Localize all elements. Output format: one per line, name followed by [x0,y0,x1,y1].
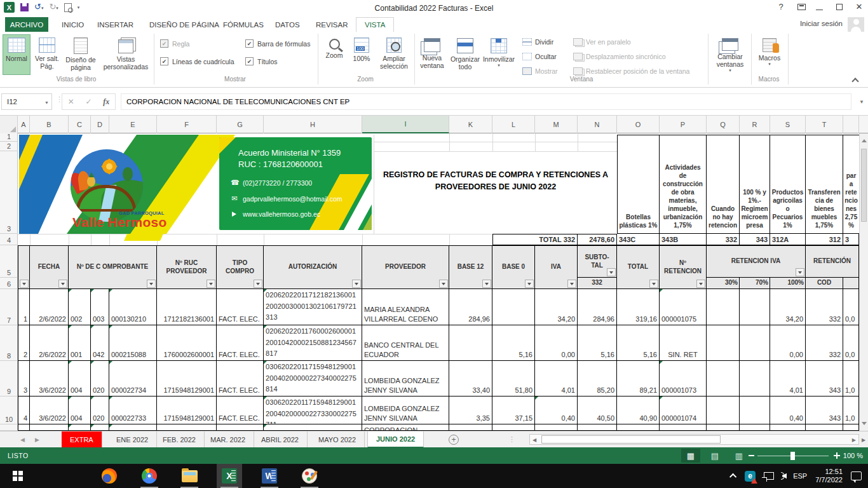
zoom-in-icon[interactable] [834,452,840,459]
freeze-panes-button[interactable]: Inmovilizar ▾ [483,34,515,75]
cell-proveedor[interactable]: LOMBEIDA GONZALEZ JENNY SILVANA [362,396,449,424]
cell[interactable] [30,424,69,431]
filter-icon[interactable] [649,280,658,288]
row-header[interactable]: 9 [0,361,18,396]
cell-autorizacion[interactable]: 0306202201171594812900120040200000227330… [264,396,362,424]
sheet-tab-junio-active[interactable]: JUNIO 2022 [367,431,424,448]
cell[interactable] [707,396,740,424]
cell[interactable] [69,424,91,431]
cell[interactable]: 0,40 [535,396,578,424]
cell[interactable] [707,424,740,431]
sheet-tab-mar[interactable]: MAR. 2022 [202,431,254,448]
sign-in-link[interactable]: Iniciar sesión [800,20,843,27]
cell[interactable] [707,289,740,325]
filter-icon[interactable] [207,280,215,288]
cell-autorizacion[interactable]: 0206202201176000260000120010420002150881… [264,325,362,361]
header-autorizacion[interactable]: AUTORIZACIÓN [264,245,362,289]
cell[interactable]: 001 [69,325,91,361]
cell[interactable] [770,424,806,431]
tall-header-partial[interactable]: para retenciones 2,75% [843,135,859,234]
header-subtotal-code[interactable]: 332 [578,278,617,289]
tab-formulas[interactable]: FÓRMULAS [215,17,272,32]
switch-windows-button[interactable]: Cambiar ventanas ▾ [710,34,750,75]
row-header[interactable]: 4 [0,234,18,245]
row-header[interactable]: 10 [0,396,18,424]
cell-fecha[interactable]: 3/6/2022 [30,396,69,424]
zoom-slider-thumb[interactable] [790,452,795,460]
cell[interactable]: 003 [91,289,109,325]
start-button[interactable] [5,464,31,488]
filter-icon[interactable] [58,280,67,288]
cell[interactable]: 000130210 [109,289,157,325]
cell-ruc[interactable]: 1715948129001 [157,361,217,396]
tab-archivo[interactable]: ARCHIVO [5,17,48,32]
header-subtotal[interactable]: SUBTO- TAL [578,245,617,278]
cell[interactable] [740,424,770,431]
cell[interactable] [109,424,157,431]
row-header[interactable] [0,424,18,431]
header-70[interactable]: 70% [740,278,770,289]
row-header[interactable]: 2 [0,142,18,151]
tall-header-sin-retencion[interactable]: Cuando no hay retencion [707,135,740,234]
column-header[interactable]: G [217,116,264,133]
minimize-icon[interactable] [816,10,823,11]
tall-header-botellas[interactable]: Botellas plásticas 1% [617,135,660,234]
header-comprobante[interactable]: Nº DE C OMPROBANTE [69,245,157,289]
row-header[interactable]: 6 [0,278,18,289]
cell[interactable]: 34,20 [535,289,578,325]
cell[interactable]: 5,16 [617,325,660,361]
new-sheet-icon[interactable]: + [449,435,459,445]
header-base0[interactable]: BASE 0 [492,245,535,289]
scroll-up-icon[interactable] [862,139,867,142]
cell-proveedor[interactable]: CORPORACION [362,424,449,431]
header-retencion-iva[interactable]: RETENCION IVA [707,245,806,278]
cell-code[interactable]: 312A [770,234,806,245]
cell[interactable]: 020 [91,361,109,396]
cell[interactable]: 284,96 [578,289,617,325]
scrollbar-thumb[interactable] [541,435,721,444]
header-iva[interactable]: IVA [535,245,578,289]
cell[interactable] [18,424,30,431]
filter-icon[interactable] [567,280,576,288]
zoom-level[interactable]: 100 % [843,452,863,459]
sheet-tab-feb[interactable]: FEB. 2022 [154,431,205,448]
select-all-corner[interactable] [0,116,18,133]
column-header[interactable]: A [18,116,30,133]
column-header[interactable]: Q [707,116,740,133]
sheet-nav-right-icon[interactable]: ▶ [35,437,39,443]
tab-revisar[interactable]: REVISAR [308,17,356,32]
cell[interactable]: 2 [18,325,30,361]
tall-header-bienes-muebles[interactable]: Transferencia de bienes muebles 1,75% [806,135,843,234]
cell-code[interactable]: 343B [660,234,707,245]
cell[interactable] [535,424,578,431]
cell-num-retencion[interactable]: 000001075 [660,289,707,325]
taskbar-firefox[interactable] [97,464,122,488]
cell-num-retencion[interactable]: 000001074 [660,396,707,424]
cell[interactable]: 000022733 [109,396,157,424]
cell[interactable]: 332 [806,325,843,361]
header-100[interactable]: 100% [770,278,806,289]
column-header[interactable]: P [660,116,707,133]
cell[interactable] [264,424,362,431]
column-header[interactable]: D [91,116,109,133]
filter-icon[interactable] [147,280,156,288]
sheet-nav-left-icon[interactable]: ◀ [20,437,25,443]
row-header[interactable]: 7 [0,289,18,325]
filter-icon[interactable] [607,268,616,276]
arrange-all-button[interactable]: Organizar todo [449,34,482,75]
cell[interactable]: 40,90 [617,396,660,424]
header-blank[interactable] [843,278,859,289]
zoom-button[interactable]: Zoom [322,34,347,75]
tall-header-construccion[interactable]: Actividades de construcción de obra mate… [660,135,707,234]
chevron-down-icon[interactable]: ▼ [44,100,49,105]
header-base12[interactable]: BASE 12 [449,245,492,289]
cell[interactable]: 3 [18,361,30,396]
cell[interactable] [806,424,843,431]
collapse-ribbon-icon[interactable] [851,78,858,85]
cell[interactable] [843,424,859,431]
cell-autorizacion[interactable]: 0306202201171594812900120040200000227340… [264,361,362,396]
cell-proveedor[interactable]: MARIA ALEXANDRA VILLARREAL CEDENO [362,289,449,325]
cell[interactable]: 000215088 [109,325,157,361]
cell-fecha[interactable]: 2/6/2022 [30,325,69,361]
hide-button[interactable]: Ocultar [522,53,557,60]
